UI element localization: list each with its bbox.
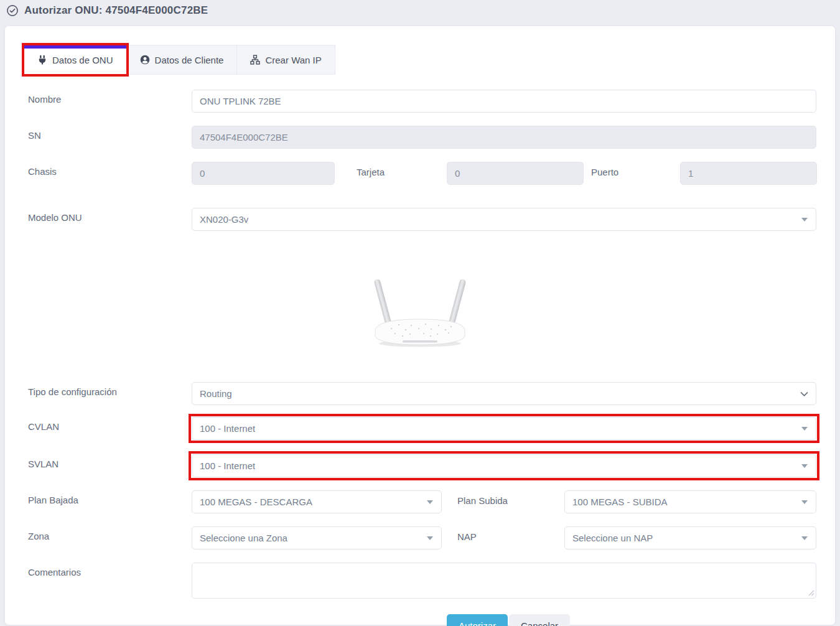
page-title: Autorizar ONU: 47504F4E000C72BE: [24, 4, 208, 17]
zona-label: Zona: [24, 526, 192, 549]
check-circle-icon: [6, 4, 19, 17]
form-actions: Autorizar Cancelar: [447, 614, 816, 626]
modelo-onu-label: Modelo ONU: [24, 208, 192, 231]
page-header: Autorizar ONU: 47504F4E000C72BE: [0, 0, 840, 21]
row-nombre: Nombre: [24, 90, 816, 113]
sn-label: SN: [24, 126, 192, 149]
router-image: [366, 276, 474, 350]
authorize-onu-panel: Datos de ONU Datos de Cliente: [5, 26, 835, 625]
nombre-input[interactable]: [192, 90, 816, 113]
cvlan-value: 100 - Internet: [200, 423, 255, 434]
sn-input: [192, 126, 816, 149]
svlan-value: 100 - Internet: [200, 460, 255, 471]
tipo-configuracion-select[interactable]: Routing: [192, 382, 816, 405]
zona-select[interactable]: Seleccione una Zona: [192, 526, 442, 549]
chevron-down-icon: [800, 391, 808, 397]
sitemap-icon: [250, 55, 260, 65]
row-chasis-tarjeta-puerto: Chasis Tarjeta Puerto: [24, 162, 816, 185]
tarjeta-input: [447, 162, 584, 185]
svlan-label: SVLAN: [24, 454, 192, 477]
comentarios-label: Comentarios: [24, 563, 192, 599]
row-tipo-configuracion: Tipo de configuración Routing: [24, 382, 816, 405]
plan-bajada-select[interactable]: 100 MEGAS - DESCARGA: [192, 490, 442, 513]
plan-subida-label: Plan Subida: [457, 490, 549, 506]
cvlan-select[interactable]: 100 - Internet: [192, 417, 816, 440]
tarjeta-label: Tarjeta: [357, 162, 425, 177]
row-modelo-onu: Modelo ONU XN020-G3v: [24, 208, 816, 231]
row-zona-nap: Zona Seleccione una Zona NAP Seleccione …: [24, 526, 816, 549]
tipo-configuracion-value: Routing: [200, 388, 232, 399]
tab-label: Crear Wan IP: [265, 55, 321, 65]
nap-select[interactable]: Seleccione un NAP: [564, 526, 816, 549]
chevron-down-icon: [801, 427, 808, 431]
plan-bajada-label: Plan Bajada: [24, 490, 192, 513]
chevron-down-icon: [801, 218, 808, 222]
modelo-onu-value: XN020-G3v: [200, 214, 248, 225]
modelo-onu-select[interactable]: XN020-G3v: [192, 208, 816, 231]
plan-subida-value: 100 MEGAS - SUBIDA: [572, 497, 668, 507]
tab-label: Datos de ONU: [52, 55, 113, 65]
plan-bajada-value: 100 MEGAS - DESCARGA: [200, 497, 312, 507]
onu-product-image-area: [24, 244, 816, 382]
nombre-label: Nombre: [24, 90, 192, 113]
cancelar-button[interactable]: Cancelar: [509, 614, 570, 626]
chevron-down-icon: [801, 464, 808, 468]
row-sn: SN: [24, 126, 816, 149]
tab-datos-de-onu[interactable]: Datos de ONU: [24, 45, 127, 74]
nap-label: NAP: [457, 526, 549, 542]
user-circle-icon: [140, 55, 150, 65]
puerto-label: Puerto: [591, 162, 658, 177]
row-planes: Plan Bajada 100 MEGAS - DESCARGA Plan Su…: [24, 490, 816, 513]
row-svlan: SVLAN 100 - Internet: [24, 454, 816, 477]
tab-label: Datos de Cliente: [155, 55, 224, 65]
row-cvlan: CVLAN 100 - Internet: [24, 417, 816, 440]
plug-icon: [37, 55, 47, 65]
chevron-down-icon: [801, 536, 808, 540]
row-comentarios: Comentarios: [24, 563, 816, 599]
tab-datos-de-cliente[interactable]: Datos de Cliente: [127, 45, 238, 74]
chasis-label: Chasis: [24, 162, 192, 185]
tab-crear-wan-ip[interactable]: Crear Wan IP: [237, 45, 334, 74]
tipo-configuracion-label: Tipo de configuración: [24, 382, 192, 405]
chevron-down-icon: [427, 500, 433, 504]
chasis-input: [192, 162, 335, 185]
plan-subida-select[interactable]: 100 MEGAS - SUBIDA: [564, 490, 816, 513]
svlan-select[interactable]: 100 - Internet: [192, 454, 816, 477]
tab-bar: Datos de ONU Datos de Cliente: [24, 45, 816, 75]
nap-value: Seleccione un NAP: [572, 533, 653, 543]
autorizar-button[interactable]: Autorizar: [447, 614, 508, 626]
chevron-down-icon: [801, 500, 808, 504]
cvlan-label: CVLAN: [24, 417, 192, 440]
comentarios-textarea[interactable]: [192, 563, 816, 599]
puerto-input: [680, 162, 817, 185]
chevron-down-icon: [427, 536, 433, 540]
zona-value: Seleccione una Zona: [200, 533, 287, 543]
